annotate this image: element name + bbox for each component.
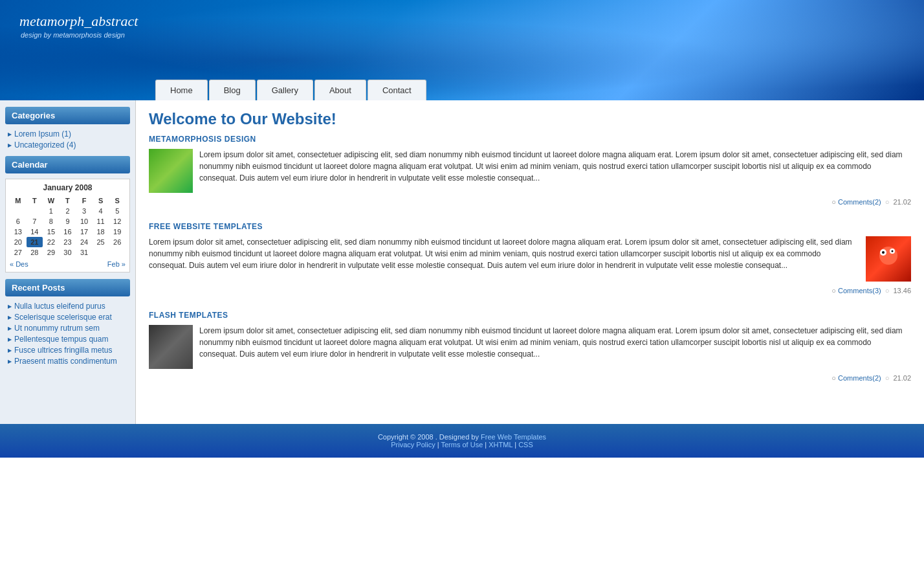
cal-day-27[interactable]: 27 bbox=[10, 247, 27, 258]
cal-empty bbox=[27, 206, 43, 216]
post-1-comments-link[interactable]: Comments(2) bbox=[838, 198, 881, 206]
cal-day-12[interactable]: 12 bbox=[109, 216, 126, 227]
recent-post-5[interactable]: Praesent mattis condimentum bbox=[8, 357, 127, 366]
cal-header-s2: S bbox=[109, 195, 126, 206]
cal-day-28[interactable]: 28 bbox=[27, 247, 43, 258]
cal-day-17[interactable]: 17 bbox=[76, 227, 93, 237]
cal-day-22[interactable]: 22 bbox=[43, 237, 60, 247]
cal-day-25[interactable]: 25 bbox=[93, 237, 109, 247]
footer-privacy-link[interactable]: Privacy Policy bbox=[391, 441, 435, 449]
cal-day-19[interactable]: 19 bbox=[109, 227, 126, 237]
cal-day-7[interactable]: 7 bbox=[27, 216, 43, 227]
nav-home[interactable]: Home bbox=[155, 80, 208, 100]
recent-post-link-0[interactable]: Nulla luctus eleifend purus bbox=[14, 302, 105, 311]
category-uncategorized-link[interactable]: Uncategorized (4) bbox=[14, 140, 76, 150]
post-1-text: Lorem ipsum dolor sit amet, consectetuer… bbox=[199, 150, 903, 183]
post-1-comments-icon: ○ bbox=[831, 198, 836, 206]
cal-day-15[interactable]: 15 bbox=[43, 227, 60, 237]
post-2-comments-icon: ○ bbox=[831, 287, 836, 295]
cal-day-21[interactable]: 21 bbox=[27, 237, 43, 247]
post-2-dot: ○ bbox=[885, 287, 890, 295]
footer-designer-link[interactable]: Free Web Templates bbox=[481, 433, 546, 441]
cal-day-4[interactable]: 4 bbox=[93, 206, 109, 216]
post-3: FLASH TEMPLATES Lorem ipsum dolor sit am… bbox=[149, 311, 911, 382]
nav-gallery[interactable]: Gallery bbox=[257, 80, 313, 100]
post-3-image-dark bbox=[149, 325, 193, 369]
nav-about[interactable]: About bbox=[314, 80, 366, 100]
site-subtitle: design by metamorphosis design bbox=[21, 31, 125, 39]
header: metamorph_abstract design by metamorphos… bbox=[0, 0, 924, 100]
nav-contact[interactable]: Contact bbox=[368, 80, 426, 100]
post-3-comments-link[interactable]: Comments(2) bbox=[838, 374, 881, 382]
recent-post-link-5[interactable]: Praesent mattis condimentum bbox=[14, 357, 117, 366]
cal-day-5[interactable]: 5 bbox=[109, 206, 126, 216]
category-uncategorized[interactable]: Uncategorized (4) bbox=[8, 140, 127, 150]
cal-header-s1: S bbox=[93, 195, 109, 206]
calendar-table: M T W T F S S 12345678910111213141516171… bbox=[10, 195, 126, 258]
post-2-text: Lorem ipsum dolor sit amet, consectetuer… bbox=[149, 238, 852, 270]
cal-day-29[interactable]: 29 bbox=[43, 247, 60, 258]
post-2-meta: ○ Comments(3) ○ 13.46 bbox=[149, 287, 911, 295]
recent-post-2[interactable]: Ut nonummy rutrum sem bbox=[8, 324, 127, 333]
calendar-month-year: January 2008 bbox=[10, 183, 126, 192]
cal-day-31[interactable]: 31 bbox=[76, 247, 93, 258]
cal-empty bbox=[10, 206, 27, 216]
main-content: Welcome to Our Website! METAMORPHOSIS DE… bbox=[136, 100, 924, 424]
recent-post-1[interactable]: Scelerisque scelerisque erat bbox=[8, 313, 127, 322]
post-3-comments-icon: ○ bbox=[831, 374, 836, 382]
recent-post-3[interactable]: Pellentesque tempus quam bbox=[8, 335, 127, 344]
calendar-body: 1234567891011121314151617181920212223242… bbox=[10, 206, 126, 258]
post-3-meta: ○ Comments(2) ○ 21.02 bbox=[149, 374, 911, 382]
cal-day-2[interactable]: 2 bbox=[60, 206, 76, 216]
category-lorem-ipsum[interactable]: Lorem Ipsum (1) bbox=[8, 129, 127, 139]
cal-day-3[interactable]: 3 bbox=[76, 206, 93, 216]
post-1-image-green bbox=[149, 149, 193, 193]
post-2: FREE WEBSITE TEMPLATES Lorem ipsum dolor… bbox=[149, 222, 911, 295]
post-2-body: Lorem ipsum dolor sit amet, consectetuer… bbox=[149, 236, 911, 271]
category-lorem-ipsum-link[interactable]: Lorem Ipsum (1) bbox=[14, 129, 71, 139]
cal-day-1[interactable]: 1 bbox=[43, 206, 60, 216]
post-2-image bbox=[866, 236, 911, 282]
cal-header-t1: T bbox=[27, 195, 43, 206]
cal-day-8[interactable]: 8 bbox=[43, 216, 60, 227]
cal-next[interactable]: Feb » bbox=[107, 260, 126, 268]
svg-point-2 bbox=[882, 251, 885, 254]
cal-day-26[interactable]: 26 bbox=[109, 237, 126, 247]
nav-blog[interactable]: Blog bbox=[209, 80, 256, 100]
main-nav: Home Blog Gallery About Contact bbox=[155, 80, 428, 100]
cal-day-14[interactable]: 14 bbox=[27, 227, 43, 237]
svg-point-4 bbox=[892, 250, 894, 252]
cal-day-16[interactable]: 16 bbox=[60, 227, 76, 237]
cal-empty bbox=[109, 247, 126, 258]
page-wrapper: Categories Lorem Ipsum (1) Uncategorized… bbox=[0, 100, 924, 424]
cal-day-23[interactable]: 23 bbox=[60, 237, 76, 247]
cal-prev[interactable]: « Des bbox=[10, 260, 28, 268]
cal-day-9[interactable]: 9 bbox=[60, 216, 76, 227]
calendar: January 2008 M T W T F S S 1234567891011… bbox=[5, 179, 130, 272]
recent-post-0[interactable]: Nulla luctus eleifend purus bbox=[8, 302, 127, 311]
recent-post-link-3[interactable]: Pellentesque tempus quam bbox=[14, 335, 108, 344]
footer-css-link[interactable]: CSS bbox=[518, 441, 533, 449]
recent-post-link-1[interactable]: Scelerisque scelerisque erat bbox=[14, 313, 112, 322]
recent-post-link-4[interactable]: Fusce ultrices fringilla metus bbox=[14, 346, 112, 355]
footer-terms-link[interactable]: Terms of Use bbox=[441, 441, 483, 449]
post-2-image-red bbox=[866, 236, 911, 282]
categories-title: Categories bbox=[5, 107, 130, 124]
footer-xhtml-link[interactable]: XHTML bbox=[489, 441, 512, 449]
calendar-title: Calendar bbox=[5, 156, 130, 173]
cal-day-6[interactable]: 6 bbox=[10, 216, 27, 227]
cal-day-30[interactable]: 30 bbox=[60, 247, 76, 258]
cal-day-11[interactable]: 11 bbox=[93, 216, 109, 227]
cal-day-13[interactable]: 13 bbox=[10, 227, 27, 237]
site-title: metamorph_abstract bbox=[19, 13, 138, 30]
recent-post-4[interactable]: Fusce ultrices fringilla metus bbox=[8, 346, 127, 355]
cal-day-10[interactable]: 10 bbox=[76, 216, 93, 227]
cal-day-18[interactable]: 18 bbox=[93, 227, 109, 237]
cal-day-20[interactable]: 20 bbox=[10, 237, 27, 247]
recent-post-link-2[interactable]: Ut nonummy rutrum sem bbox=[14, 324, 100, 333]
post-3-image bbox=[149, 325, 193, 369]
post-2-comments-link[interactable]: Comments(3) bbox=[838, 287, 881, 295]
post-2-title: FREE WEBSITE TEMPLATES bbox=[149, 222, 911, 231]
footer: Copyright © 2008 . Designed by Free Web … bbox=[0, 424, 924, 458]
cal-day-24[interactable]: 24 bbox=[76, 237, 93, 247]
